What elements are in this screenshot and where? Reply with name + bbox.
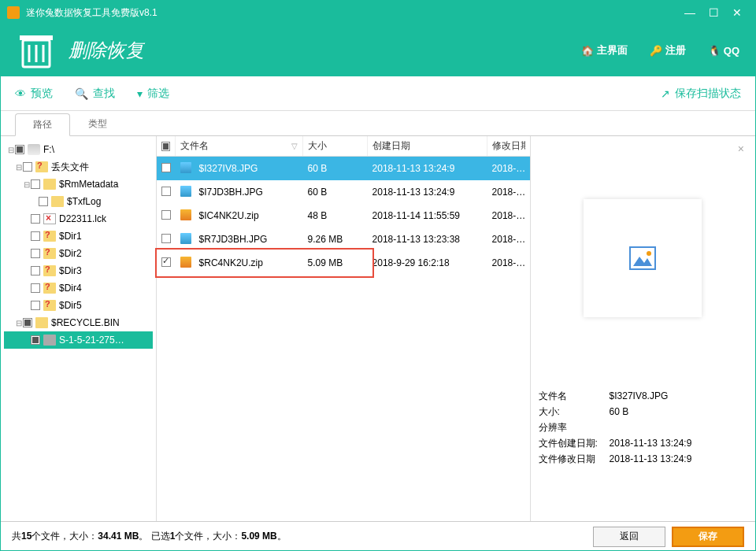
col-mdate[interactable]: 修改日期 bbox=[492, 139, 525, 153]
header: 删除恢复 🏠主界面 🔑注册 🐧QQ bbox=[1, 24, 755, 76]
tree-checkbox[interactable] bbox=[23, 162, 32, 172]
tree-checkbox[interactable] bbox=[31, 214, 40, 224]
tree-checkbox[interactable] bbox=[31, 249, 40, 258]
folder-tree[interactable]: ⊟F:\⊟丢失文件⊟$RmMetadata$TxfLogD22311.lck$D… bbox=[1, 136, 157, 521]
tree-node[interactable]: $Dir4 bbox=[4, 279, 153, 297]
register-link[interactable]: 🔑注册 bbox=[650, 43, 686, 57]
file-size: 9.26 MB bbox=[308, 234, 372, 245]
tree-toggle[interactable]: ⊟ bbox=[15, 163, 23, 172]
home-link[interactable]: 🏠主界面 bbox=[581, 43, 628, 57]
row-checkbox[interactable] bbox=[161, 234, 171, 243]
folder-icon bbox=[35, 161, 48, 172]
folder-icon bbox=[35, 317, 48, 328]
tree-checkbox[interactable] bbox=[31, 266, 40, 276]
tree-checkbox[interactable] bbox=[31, 231, 40, 241]
col-name[interactable]: 文件名 bbox=[180, 139, 209, 153]
tree-node[interactable]: $Dir3 bbox=[4, 262, 153, 279]
tree-node[interactable]: ⊟丢失文件 bbox=[4, 158, 153, 176]
file-icon bbox=[180, 162, 191, 173]
row-checkbox[interactable] bbox=[161, 187, 171, 196]
minimize-button[interactable]: — bbox=[678, 6, 702, 19]
close-preview-button[interactable]: × bbox=[738, 142, 744, 155]
qq-link[interactable]: 🐧QQ bbox=[708, 45, 739, 57]
tree-label: D22311.lck bbox=[59, 213, 106, 224]
tree-label: $Dir3 bbox=[59, 265, 82, 276]
tree-node[interactable]: ⊟$RmMetadata bbox=[4, 176, 153, 193]
search-icon: 🔍 bbox=[75, 87, 88, 100]
image-placeholder-icon bbox=[627, 242, 658, 274]
toolbar: 👁预览 🔍查找 ▾筛选 ↗保存扫描状态 bbox=[1, 76, 755, 111]
file-grid: 文件名▽ 大小 创建日期 修改日期 $I327IV8.JPG60 B2018-1… bbox=[157, 136, 531, 521]
folder-icon bbox=[43, 265, 56, 276]
folder-icon bbox=[43, 283, 56, 294]
file-cdate: 2018-11-13 13:24:9 bbox=[372, 163, 492, 174]
tree-node[interactable]: $Dir1 bbox=[4, 227, 153, 245]
tree-node[interactable]: D22311.lck bbox=[4, 210, 153, 227]
preview-button[interactable]: 👁预览 bbox=[15, 87, 53, 101]
tree-checkbox[interactable] bbox=[31, 283, 40, 293]
meta-mdate: 2018-11-13 13:24:9 bbox=[610, 451, 692, 467]
filter-button[interactable]: ▾筛选 bbox=[137, 87, 169, 101]
close-button[interactable]: ✕ bbox=[725, 6, 749, 19]
funnel-icon: ▾ bbox=[137, 87, 143, 100]
page-title: 删除恢复 bbox=[69, 38, 559, 63]
file-size: 60 B bbox=[308, 163, 372, 174]
tree-checkbox[interactable] bbox=[31, 335, 40, 345]
preview-thumbnail bbox=[584, 199, 702, 317]
tree-label: S-1-5-21-275… bbox=[59, 335, 124, 346]
tree-toggle[interactable]: ⊟ bbox=[23, 180, 31, 189]
tree-checkbox[interactable] bbox=[23, 318, 32, 327]
tree-label: $TxfLog bbox=[67, 196, 101, 207]
row-checkbox[interactable] bbox=[161, 163, 171, 172]
tree-node[interactable]: $Dir5 bbox=[4, 297, 153, 314]
file-cdate: 2018-11-13 13:23:38 bbox=[372, 234, 492, 245]
col-size[interactable]: 大小 bbox=[308, 139, 327, 153]
file-cdate: 2018-11-14 11:55:59 bbox=[372, 210, 492, 221]
table-row[interactable]: $I327IV8.JPG60 B2018-11-13 13:24:92018-… bbox=[157, 157, 530, 180]
file-size: 48 B bbox=[308, 210, 372, 221]
preview-meta: 文件名$I327IV8.JPG 大小:60 B 分辨率 文件创建日期:2018-… bbox=[539, 388, 747, 467]
select-all-checkbox[interactable] bbox=[161, 142, 170, 151]
file-mdate: 2018-… bbox=[492, 163, 530, 174]
tree-checkbox[interactable] bbox=[31, 301, 40, 310]
trash-icon bbox=[17, 31, 56, 70]
tab-type[interactable]: 类型 bbox=[70, 113, 125, 135]
save-button[interactable]: 保存 bbox=[672, 527, 744, 547]
tree-node[interactable]: S-1-5-21-275… bbox=[4, 331, 153, 349]
col-cdate[interactable]: 创建日期 bbox=[372, 139, 410, 153]
tree-node[interactable]: ⊟F:\ bbox=[4, 141, 153, 158]
tree-checkbox[interactable] bbox=[39, 197, 48, 206]
tree-label: 丢失文件 bbox=[51, 161, 89, 174]
tree-node[interactable]: $TxfLog bbox=[4, 193, 153, 210]
preview-pane: × 文件名$I327IV8.JPG 大小:60 B 分辨率 文件创建日期:201… bbox=[531, 136, 755, 521]
tree-node[interactable]: $Dir2 bbox=[4, 245, 153, 262]
folder-icon bbox=[43, 231, 56, 242]
table-row[interactable]: $IC4NK2U.zip48 B2018-11-14 11:55:592018-… bbox=[157, 204, 530, 227]
file-icon bbox=[180, 186, 191, 197]
tree-label: F:\ bbox=[43, 144, 54, 155]
find-button[interactable]: 🔍查找 bbox=[75, 87, 115, 101]
tab-path[interactable]: 路径 bbox=[15, 113, 70, 136]
tree-node[interactable]: ⊟$RECYCLE.BIN bbox=[4, 314, 153, 331]
highlight-box bbox=[155, 248, 374, 278]
save-scan-button[interactable]: ↗保存扫描状态 bbox=[661, 87, 741, 101]
file-cdate: 2018-11-13 13:24:9 bbox=[372, 187, 492, 198]
grid-body: $I327IV8.JPG60 B2018-11-13 13:24:92018-…… bbox=[157, 157, 530, 275]
tree-toggle[interactable]: ⊟ bbox=[15, 319, 23, 327]
folder-icon bbox=[28, 144, 40, 155]
tree-toggle[interactable]: ⊟ bbox=[7, 146, 15, 154]
tree-checkbox[interactable] bbox=[31, 179, 40, 189]
folder-icon bbox=[43, 248, 56, 259]
file-name: $IC4NK2U.zip bbox=[196, 210, 308, 221]
file-icon bbox=[180, 209, 191, 220]
window-title: 迷你兔数据恢复工具免费版v8.1 bbox=[26, 6, 678, 20]
folder-icon bbox=[43, 179, 56, 190]
tree-checkbox[interactable] bbox=[15, 145, 24, 154]
svg-marker-6 bbox=[633, 257, 652, 266]
table-row[interactable]: $I7JD3BH.JPG60 B2018-11-13 13:24:92018-… bbox=[157, 180, 530, 204]
back-button[interactable]: 返回 bbox=[593, 527, 665, 547]
row-checkbox[interactable] bbox=[161, 210, 171, 220]
file-mdate: 2018-… bbox=[492, 257, 530, 268]
maximize-button[interactable]: ☐ bbox=[702, 6, 725, 19]
grid-header: 文件名▽ 大小 创建日期 修改日期 bbox=[157, 136, 530, 157]
